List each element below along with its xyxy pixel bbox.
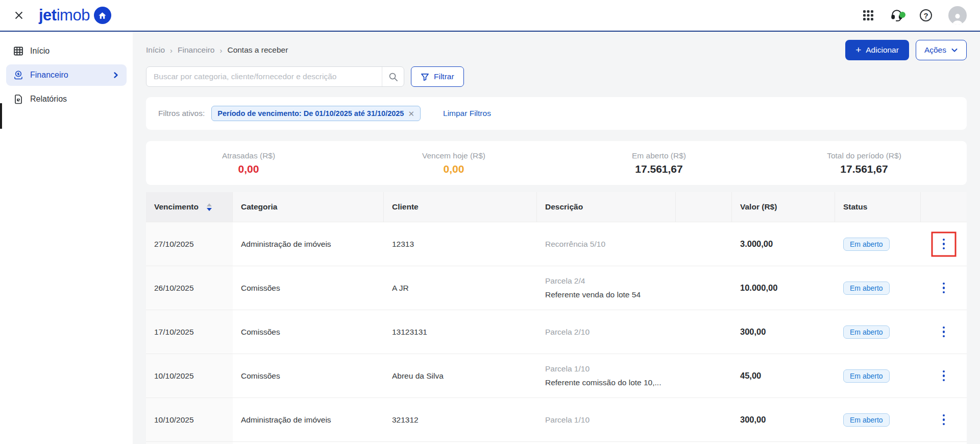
sidebar-item-inicio[interactable]: Início [6,40,127,62]
actions-dropdown-button[interactable]: Ações [916,40,967,60]
home-icon [94,7,111,24]
table-row: 27/10/2025 Administração de imóveis 1231… [146,222,967,266]
sidebar-item-label: Relatórios [30,95,67,104]
cell-categoria: Comissões [233,310,384,354]
topbar: jetimob ? [0,0,980,32]
column-header-categoria: Categoria [233,192,384,222]
online-status-dot [899,12,905,18]
dashboard-grid-icon [13,46,23,56]
search-box [146,66,404,87]
cell-status: Em aberto [835,266,921,310]
cell-spacer [676,222,732,266]
cell-valor: 300,00 [732,398,835,441]
cell-valor: 3.000,00 [732,222,835,266]
sort-icon [207,203,212,211]
summary-totals: Atrasadas (R$) 0,00 Vencem hoje (R$) 0,0… [146,141,967,185]
filter-chip-text: Período de vencimento: De 01/10/2025 até… [217,109,404,118]
cell-descricao: Recorrência 5/10 [537,222,676,266]
cell-categoria: Comissões [233,266,384,310]
descricao-muted: Parcela 2/10 [545,328,590,337]
main-content: Início › Financeiro › Contas a receber +… [133,32,980,444]
kebab-menu-icon[interactable] [938,321,950,343]
report-document-icon [13,94,23,104]
cell-cliente: Abreu da Silva [384,354,537,398]
kebab-menu-icon[interactable] [938,233,950,255]
descricao-muted: Parcela 2/4 [545,276,585,286]
cell-valor: 45,00 [732,354,835,398]
kebab-menu-icon[interactable] [938,277,950,299]
cell-vencimento: 10/10/2025 [146,354,233,398]
cell-status: Em aberto [835,222,921,266]
cell-actions [921,354,967,398]
status-badge: Em aberto [843,369,890,383]
column-header-valor: Valor (R$) [732,192,835,222]
breadcrumb-separator: › [219,46,222,55]
receivables-table: Vencimento Categoria Cliente Descrição V… [146,192,967,444]
cell-vencimento: 26/10/2025 [146,266,233,310]
column-header-cliente: Cliente [384,192,537,222]
cell-categoria: Comissões [233,354,384,398]
stat-value: 17.561,67 [762,163,967,175]
remove-filter-icon[interactable]: ✕ [408,110,414,118]
add-button[interactable]: + Adicionar [845,40,909,60]
close-icon[interactable] [13,10,24,21]
search-icon [388,72,398,82]
table-row: 10/10/2025 Administração de imóveis 3213… [146,398,967,441]
money-coin-icon [13,70,23,80]
sidebar-item-relatorios[interactable]: Relatórios [6,88,127,110]
cell-actions [921,222,967,266]
cell-status: Em aberto [835,310,921,354]
jetimob-logo[interactable]: jetimob [39,6,111,25]
chevron-right-icon [112,72,119,79]
cell-spacer [676,266,732,310]
cell-cliente: 321312 [384,398,537,441]
help-icon[interactable]: ? [920,9,932,21]
column-header-status: Status [835,192,921,222]
stat-atrasadas: Atrasadas (R$) 0,00 [146,151,351,175]
descricao-muted: Parcela 1/10 [545,415,590,425]
filter-button[interactable]: Filtrar [411,66,464,87]
descricao-muted: Recorrência 5/10 [545,240,605,249]
scroll-indicator[interactable] [0,103,2,129]
column-header-vencimento[interactable]: Vencimento [146,192,233,222]
support-headset-icon[interactable] [890,9,903,22]
cell-cliente: A JR [384,266,537,310]
table-row: 10/10/2025 Comissões Abreu da Silva Parc… [146,354,967,398]
descricao-main: Referente venda do lote 54 [545,290,641,299]
cell-categoria: Administração de imóveis [233,222,384,266]
breadcrumb-financeiro[interactable]: Financeiro [178,45,214,55]
breadcrumb-inicio[interactable]: Início [146,45,165,55]
active-filters-bar: Filtros ativos: Período de vencimento: D… [146,97,967,130]
breadcrumb-separator: › [170,46,173,55]
sidebar: Início Financeiro Relatórios [0,32,133,444]
cell-vencimento: 27/10/2025 [146,222,233,266]
active-filters-label: Filtros ativos: [158,109,205,118]
apps-grid-icon[interactable] [863,10,874,21]
avatar[interactable] [948,6,967,25]
kebab-menu-icon[interactable] [938,409,950,431]
stat-value: 0,00 [146,163,351,175]
column-header-spacer [676,192,732,222]
status-badge: Em aberto [843,325,890,339]
table-row: 17/10/2025 Comissões 13123131 Parcela 2/… [146,310,967,354]
cell-status: Em aberto [835,398,921,441]
search-input[interactable] [146,72,382,81]
descricao-muted: Parcela 1/10 [545,364,590,373]
kebab-menu-icon[interactable] [938,365,950,387]
search-button[interactable] [382,67,404,86]
clear-filters-button[interactable]: Limpar Filtros [443,109,491,118]
column-header-descricao: Descrição [537,192,676,222]
stat-value: 17.561,67 [556,163,762,175]
status-badge: Em aberto [843,238,890,251]
status-badge: Em aberto [843,413,890,427]
cell-actions [921,266,967,310]
sidebar-item-financeiro[interactable]: Financeiro [6,64,127,86]
cell-spacer [676,354,732,398]
cell-valor: 300,00 [732,310,835,354]
logo-text: jetimob [39,6,90,25]
cell-vencimento: 17/10/2025 [146,310,233,354]
cell-actions [921,398,967,441]
cell-descricao: Parcela 2/10 [537,310,676,354]
breadcrumb: Início › Financeiro › Contas a receber [146,45,288,55]
sidebar-item-label: Financeiro [30,71,68,80]
